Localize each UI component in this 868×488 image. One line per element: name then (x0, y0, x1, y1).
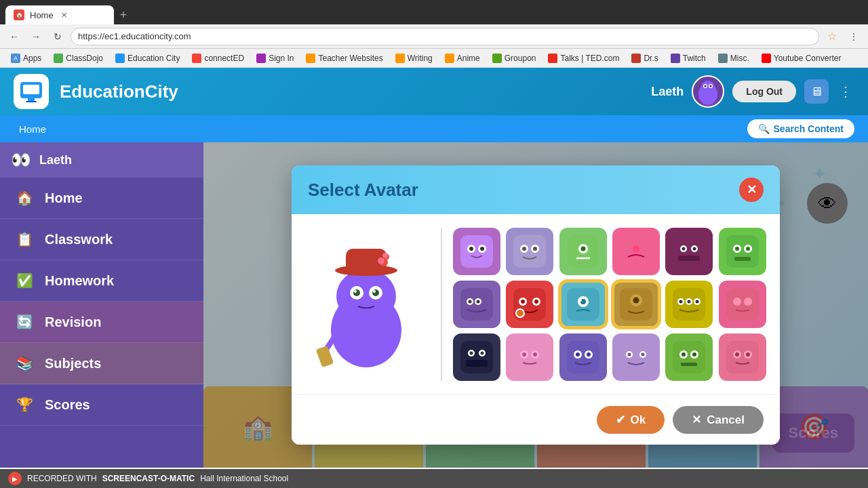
url-bar[interactable]: https://ec1.educationcity.com (71, 28, 819, 45)
main-layout: 👀 Laeth 🏠 Home 📋 Classwork ✅ Homework 🔄 … (0, 142, 868, 468)
svg-rect-3 (26, 101, 37, 102)
svg-point-34 (522, 247, 526, 251)
menu-button[interactable]: ⋮ (845, 28, 863, 45)
svg-rect-96 (620, 341, 652, 373)
search-content-label: Search Content (774, 123, 844, 134)
svg-rect-41 (673, 235, 705, 268)
app-logo (14, 74, 49, 109)
logout-button[interactable]: Log Out (732, 81, 796, 102)
avatar-option-8[interactable] (506, 281, 553, 328)
tab-title: Home (30, 10, 54, 20)
avatar-option-2[interactable] (506, 228, 553, 275)
subjects-icon: 📚 (14, 352, 35, 374)
sidebar-item-subjects[interactable]: 📚 Subjects (0, 343, 203, 384)
svg-point-8 (705, 85, 707, 87)
svg-point-99 (628, 353, 631, 357)
new-tab-button[interactable]: + (114, 5, 133, 24)
bookmark-anime[interactable]: Anime (439, 52, 486, 64)
svg-point-9 (710, 85, 712, 87)
svg-rect-52 (734, 257, 751, 261)
svg-point-104 (682, 352, 686, 357)
app-container: EducationCity Laeth Log Out 🖥 ⋮ Home (0, 68, 868, 468)
svg-point-110 (735, 352, 739, 357)
search-content-button[interactable]: 🔍 Search Content (747, 119, 854, 138)
avatar-option-4[interactable] (612, 228, 660, 275)
bookmark-groupon[interactable]: Groupon (487, 52, 542, 64)
bookmark-anime-label: Anime (457, 54, 480, 63)
app-title: EducationCity (60, 81, 178, 102)
bookmark-youtube-converter[interactable]: Youtube Converter (756, 52, 847, 64)
sidebar-revision-label: Revision (45, 314, 101, 330)
avatar-option-1[interactable] (453, 228, 500, 275)
avatar-option-17[interactable] (665, 333, 713, 381)
avatar-option-12[interactable] (719, 281, 766, 328)
bookmark-classdojo[interactable]: ClassDojo (48, 52, 108, 64)
avatar-option-11[interactable] (665, 281, 713, 328)
bookmark-teacherwebsites-label: Teacher Websites (318, 54, 382, 63)
svg-point-79 (744, 298, 752, 306)
bookmark-educationcity[interactable]: Education City (110, 52, 185, 64)
avatar-option-7[interactable] (453, 281, 500, 328)
avatar-option-3[interactable] (559, 228, 607, 275)
sub-nav-home[interactable]: Home (14, 121, 52, 138)
bookmark-ted-icon (548, 54, 557, 63)
avatar-option-14[interactable] (506, 333, 553, 381)
avatar-option-10[interactable] (612, 281, 660, 328)
svg-point-66 (579, 299, 582, 302)
avatar-option-15[interactable] (559, 333, 607, 381)
forward-button[interactable]: → (27, 28, 45, 45)
avatar-option-18[interactable] (719, 333, 766, 381)
sidebar-item-home[interactable]: 🏠 Home (0, 178, 203, 219)
refresh-button[interactable]: ↻ (49, 28, 66, 45)
sidebar-item-homework[interactable]: ✅ Homework (0, 260, 203, 302)
dialog-header: Select Avatar ✕ (292, 165, 780, 214)
sidebar-item-scores[interactable]: 🏆 Scores (0, 384, 203, 426)
bookmark-youtube-label: Youtube Converter (774, 54, 842, 63)
bookmark-anime-icon (445, 54, 454, 63)
bookmark-teacherwebsites[interactable]: Teacher Websites (300, 52, 388, 64)
settings-icon[interactable]: ⋮ (837, 83, 854, 100)
ok-button[interactable]: ✔ Ok (597, 406, 665, 434)
active-tab[interactable]: 🏠 Home ✕ (5, 5, 114, 24)
back-button[interactable]: ← (5, 28, 23, 45)
watermark: ▶ RECORDED WITH SCREENCAST-O-MATIC Hall … (0, 469, 868, 488)
svg-point-100 (642, 353, 645, 357)
bookmark-signin[interactable]: Sign In (251, 52, 299, 64)
app-header: EducationCity Laeth Log Out 🖥 ⋮ (0, 68, 868, 115)
bookmark-groupon-label: Groupon (505, 54, 536, 63)
header-avatar[interactable] (692, 75, 724, 108)
tab-close-button[interactable]: ✕ (59, 9, 70, 20)
bookmark-drs-icon (631, 54, 641, 63)
bookmark-twitch[interactable]: Twitch (665, 52, 711, 64)
bookmark-apps[interactable]: A Apps (5, 52, 47, 64)
cancel-button[interactable]: ✕ Cancel (673, 406, 764, 434)
dialog-close-button[interactable]: ✕ (739, 178, 764, 202)
bookmark-drs[interactable]: Dr.s (626, 52, 663, 64)
sub-header: Home 🔍 Search Content (0, 115, 868, 142)
svg-rect-91 (567, 341, 599, 373)
svg-rect-31 (513, 235, 546, 268)
bookmark-connected[interactable]: connectED (186, 52, 250, 64)
avatar-option-6[interactable] (719, 228, 766, 275)
school-name: Hall International School (200, 474, 288, 483)
content-area: ✦ ✦ 👁 Scores 🏫 ⏰ 📊 📖 📐 🎯 (203, 142, 868, 468)
bookmark-writing[interactable]: Writing (390, 52, 438, 64)
avatar-option-9[interactable] (559, 281, 607, 328)
avatar-option-5[interactable] (665, 228, 713, 275)
svg-rect-77 (726, 288, 759, 321)
svg-point-89 (522, 352, 526, 357)
star-button[interactable]: ☆ (823, 28, 841, 45)
avatar-option-16[interactable] (612, 333, 660, 381)
bookmark-ted[interactable]: Talks | TED.com (542, 52, 625, 64)
dialog-body (292, 214, 780, 394)
sidebar-item-classwork[interactable]: 📋 Classwork (0, 219, 203, 260)
bookmark-misc[interactable]: Misc. (713, 52, 755, 64)
sidebar-classwork-label: Classwork (45, 232, 113, 247)
ok-label: Ok (631, 413, 646, 427)
bookmark-misc-icon (718, 54, 728, 63)
svg-point-25 (382, 253, 388, 258)
avatar-option-13[interactable] (453, 333, 500, 381)
homework-icon: ✅ (14, 270, 35, 291)
bookmark-teacherwebsites-icon (306, 54, 315, 63)
sidebar-item-revision[interactable]: 🔄 Revision (0, 302, 203, 343)
